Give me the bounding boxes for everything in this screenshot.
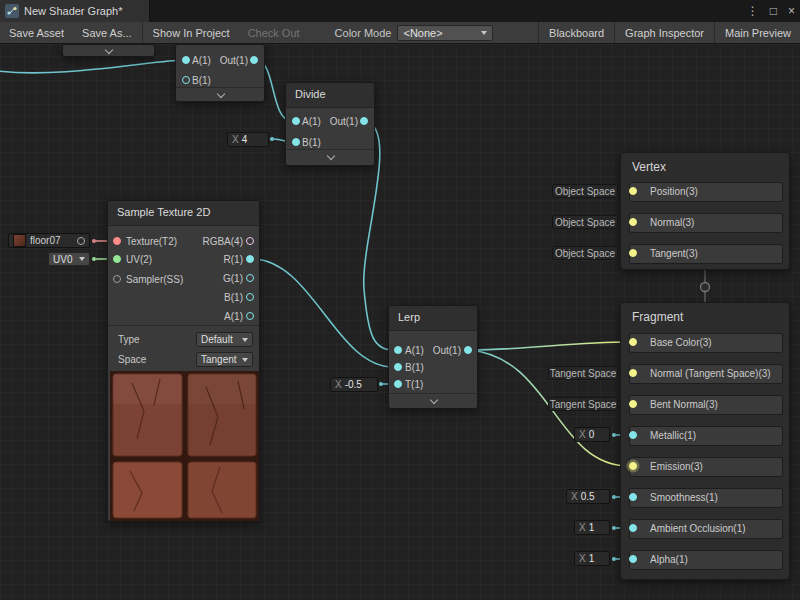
object-picker-icon[interactable]: [77, 237, 85, 245]
edge-input-to-multiply-a[interactable]: [0, 60, 182, 73]
port-divide-b[interactable]: [292, 138, 300, 146]
space-dropdown[interactable]: Tangent: [196, 352, 253, 367]
color-mode-label: Color Mode: [309, 22, 398, 43]
port-divide-a[interactable]: [292, 117, 300, 125]
lerp-t-value-field[interactable]: X -0.5: [330, 377, 378, 392]
save-asset-button[interactable]: Save Asset: [0, 22, 73, 43]
vertex-row-normal[interactable]: Normal(3): [629, 213, 783, 233]
divide-b-value-field[interactable]: X 4: [227, 132, 269, 147]
multiply-node-partial[interactable]: A(1) B(1) Out(1): [175, 44, 265, 102]
port-multiply-a[interactable]: [182, 56, 190, 64]
field-value[interactable]: 0: [589, 429, 599, 440]
uv-channel-dropdown[interactable]: UV0: [48, 252, 90, 266]
port-lerp-a[interactable]: [394, 346, 402, 354]
lerp-node[interactable]: Lerp A(1) B(1) T(1) Out(1): [388, 305, 478, 409]
port-vertex-tangent[interactable]: [629, 249, 637, 257]
texture-asset-name: floor07: [30, 235, 61, 246]
port-fragment-metallic[interactable]: [629, 431, 637, 439]
collapsed-node-stub[interactable]: [62, 44, 155, 57]
port-fragment-base-color[interactable]: [629, 338, 637, 346]
type-dropdown[interactable]: Default: [196, 332, 253, 347]
node-divider: [286, 149, 374, 150]
fragment-row-smoothness[interactable]: Smoothness(1): [629, 488, 783, 508]
edge-lerp-to-base-color[interactable]: [470, 342, 629, 350]
sample-texture-2d-node[interactable]: Sample Texture 2D Texture(T2) UV(2) Samp…: [107, 200, 260, 522]
color-mode-value: <None>: [403, 27, 442, 39]
fragment-row-alpha[interactable]: Alpha(1): [629, 550, 783, 570]
port-vertex-normal[interactable]: [629, 218, 637, 226]
fragment-row-normal-ts[interactable]: Normal (Tangent Space)(3): [629, 364, 783, 384]
fragment-row-metallic[interactable]: Metallic(1): [629, 426, 783, 446]
port-sample-rgba[interactable]: [246, 237, 254, 245]
maximize-button[interactable]: □: [770, 0, 777, 22]
save-as-button[interactable]: Save As...: [73, 22, 141, 43]
connector-dot: [612, 495, 616, 499]
chevron-down-icon[interactable]: [216, 91, 226, 99]
graph-inspector-toggle-button[interactable]: Graph Inspector: [616, 22, 713, 43]
port-sample-texture[interactable]: [113, 237, 121, 245]
node-header[interactable]: Divide: [286, 83, 374, 108]
node-header[interactable]: Sample Texture 2D: [108, 201, 259, 226]
port-multiply-b[interactable]: [182, 76, 190, 84]
port-lerp-b[interactable]: [394, 363, 402, 371]
chevron-down-icon[interactable]: [429, 397, 439, 405]
field-value[interactable]: 1: [589, 553, 599, 564]
port-vertex-position[interactable]: [629, 187, 637, 195]
port-fragment-bent-normal[interactable]: [629, 400, 637, 408]
alpha-value-field[interactable]: X 1: [574, 551, 610, 566]
port-fragment-emission[interactable]: [629, 462, 637, 470]
fragment-row-base-color[interactable]: Base Color(3): [629, 333, 783, 353]
port-sample-uv[interactable]: [113, 255, 121, 263]
edge-sample-r-to-lerp-b[interactable]: [252, 259, 393, 367]
blackboard-toggle-button[interactable]: Blackboard: [540, 22, 613, 43]
vertex-row-position[interactable]: Position(3): [629, 182, 783, 202]
main-preview-toggle-button[interactable]: Main Preview: [716, 22, 800, 43]
chevron-down-icon[interactable]: [326, 153, 336, 161]
port-sample-a[interactable]: [246, 312, 254, 320]
vertex-row-tangent[interactable]: Tangent(3): [629, 244, 783, 264]
tangent-space-chip[interactable]: Object Space: [552, 246, 618, 260]
port-fragment-normal-ts[interactable]: [629, 369, 637, 377]
fragment-block[interactable]: Fragment Base Color(3) Normal (Tangent S…: [620, 302, 790, 580]
chevron-down-icon[interactable]: [104, 47, 114, 55]
fragment-row-ambient-occlusion[interactable]: Ambient Occlusion(1): [629, 519, 783, 539]
port-sample-sampler[interactable]: [113, 275, 121, 283]
port-divide-out[interactable]: [360, 117, 368, 125]
port-fragment-smoothness[interactable]: [629, 493, 637, 501]
close-button[interactable]: ×: [788, 0, 795, 22]
graph-canvas[interactable]: A(1) B(1) Out(1) Divide A(1) B(1) Out(1)…: [0, 44, 800, 600]
field-value[interactable]: 0.5: [581, 491, 599, 502]
show-in-project-button[interactable]: Show In Project: [144, 22, 239, 43]
port-sample-b[interactable]: [246, 293, 254, 301]
fragment-row-emission[interactable]: Emission(3): [629, 457, 783, 477]
port-sample-r[interactable]: [246, 255, 254, 263]
port-label-b: B(1): [224, 292, 243, 303]
port-label-a: A(1): [302, 116, 321, 127]
texture-asset-field[interactable]: floor07: [8, 233, 90, 248]
node-header[interactable]: Lerp: [389, 306, 477, 331]
field-axis-label: X: [575, 522, 589, 533]
metallic-value-field[interactable]: X 0: [574, 427, 610, 442]
port-lerp-out[interactable]: [464, 346, 472, 354]
color-mode-dropdown[interactable]: <None>: [397, 25, 493, 41]
field-value[interactable]: 1: [589, 522, 599, 533]
position-space-chip[interactable]: Object Space: [552, 184, 618, 198]
graph-tab[interactable]: New Shader Graph*: [0, 0, 150, 22]
smoothness-value-field[interactable]: X 0.5: [566, 489, 610, 504]
texture-thumbnail: [13, 234, 26, 247]
port-sample-g[interactable]: [246, 274, 254, 282]
block-group-link-handle[interactable]: [701, 283, 710, 292]
fragment-row-bent-normal[interactable]: Bent Normal(3): [629, 395, 783, 415]
normal-ts-space-chip[interactable]: Tangent Space: [548, 366, 618, 380]
port-lerp-t[interactable]: [394, 380, 402, 388]
vertex-block[interactable]: Vertex Position(3) Normal(3) Tangent(3): [620, 152, 790, 270]
normal-space-chip[interactable]: Object Space: [552, 215, 618, 229]
field-value[interactable]: 4: [242, 134, 252, 145]
port-multiply-out[interactable]: [250, 56, 258, 64]
port-fragment-ambient-occlusion[interactable]: [629, 524, 637, 532]
more-menu-button[interactable]: ⋮: [747, 0, 759, 22]
bent-normal-space-chip[interactable]: Tangent Space: [548, 397, 618, 411]
field-value[interactable]: -0.5: [345, 379, 366, 390]
port-fragment-alpha[interactable]: [629, 555, 637, 563]
ambient-occlusion-value-field[interactable]: X 1: [574, 520, 610, 535]
